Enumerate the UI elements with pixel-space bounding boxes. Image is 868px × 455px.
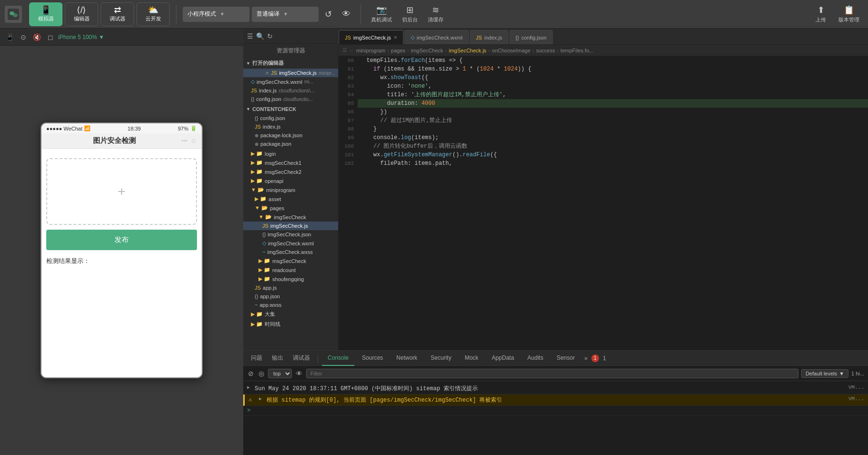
folder-pages[interactable]: ▼ 📂 pages <box>243 203 338 212</box>
phone-publish-btn[interactable]: 发布 <box>46 230 197 250</box>
phone-status-left: ●●●●● WeChat 📶 <box>46 125 91 131</box>
folder-readcount[interactable]: ▶ 📁 readcount <box>243 265 338 274</box>
devtools-appdata-tab[interactable]: AppData <box>486 351 520 366</box>
mode-dropdown[interactable]: 小程序模式 ▼ <box>183 7 249 22</box>
console-context-select[interactable]: top <box>268 369 292 378</box>
close-file-icon[interactable]: ✕ <box>265 71 269 76</box>
devtools-network-tab[interactable]: Network <box>391 351 423 366</box>
separator-2 <box>361 5 361 24</box>
contentcheck-config[interactable]: {} config.json <box>243 114 338 122</box>
device-zoom-dropdown[interactable]: ▼ <box>99 34 104 40</box>
devtools-console-tab[interactable]: Console <box>322 351 354 366</box>
open-file-imgseccheck-js[interactable]: ✕ JS imgSecCheck.js minipr... <box>243 69 338 77</box>
folder-imgseccheck[interactable]: ▼ 📂 imgSecCheck <box>243 212 338 222</box>
open-editors-header[interactable]: ▼ 打开的编辑器 <box>243 58 338 69</box>
sim-back[interactable]: ◻ <box>46 32 55 42</box>
tab-index-js[interactable]: JS index.js <box>470 30 508 44</box>
clear-cache-group[interactable]: ≋ 清缓存 <box>424 3 447 25</box>
upload-group[interactable]: ⬆ 上传 <box>812 3 830 25</box>
phone-home-icon[interactable]: ⊙ <box>191 138 196 144</box>
file-name: imgSecCheck.wxml <box>257 79 302 85</box>
tab-label: config.json <box>521 35 547 40</box>
upload-icon: ⬆ <box>817 5 825 15</box>
console-prompt[interactable]: > <box>243 406 868 416</box>
hamburger-icon[interactable]: ☰ <box>247 32 253 40</box>
contentcheck-index[interactable]: JS index.js <box>243 122 338 131</box>
folder-msgseccheck1[interactable]: ▶ 📁 msgSecCheck1 <box>243 158 338 167</box>
expand-icon[interactable]: ▶ <box>259 396 262 402</box>
file-app-json[interactable]: {} app.json <box>243 292 338 301</box>
phone-more-icon[interactable]: ••• <box>181 138 187 144</box>
devtools-panel: 问题 输出 调试器 Console Sources Network Securi… <box>243 350 868 455</box>
backend-group[interactable]: ⊞ 切后台 <box>398 3 422 25</box>
real-debug-group[interactable]: 📷 真机调试 <box>367 3 396 25</box>
open-file-imgseccheck-wxml[interactable]: ◇ imgSecCheck.wxml mi... <box>243 77 338 86</box>
devtools-mock-tab[interactable]: Mock <box>459 351 484 366</box>
devtools-security-tab[interactable]: Security <box>425 351 457 366</box>
devtools-audits-tab[interactable]: Audits <box>522 351 549 366</box>
file-app-wxss[interactable]: ~ app.wxss <box>243 301 338 309</box>
phone-page-title: 图片安全检测 <box>47 136 181 145</box>
folder-miniprogram[interactable]: ▼ 📂 miniprogram <box>243 185 338 194</box>
devtools-output-tab[interactable]: 输出 <box>268 354 287 362</box>
refresh-btn[interactable]: ↺ <box>321 7 336 21</box>
devtools-warning-badge: 1 <box>591 354 599 362</box>
devtools-debugger-tab[interactable]: 调试器 <box>289 354 314 362</box>
open-file-config-json[interactable]: {} config.json cloudfunctio... <box>243 95 338 103</box>
folder-shoufengqing[interactable]: ▶ 📁 shoufengqing <box>243 274 338 283</box>
phone-upload-area[interactable]: + <box>46 158 197 225</box>
tab-imgseccheck-js[interactable]: JS imgSecCheck.js ✕ <box>339 30 403 44</box>
compile-dropdown[interactable]: 普通编译 ▼ <box>252 7 319 22</box>
debugger-btn[interactable]: ⇄ 调试器 <box>101 2 134 26</box>
file-imgseccheck-wxml[interactable]: ◇ imgSecCheck.wxml <box>243 239 338 248</box>
devtools-more-tabs[interactable]: » <box>584 355 588 362</box>
bc-sep5: › <box>532 48 534 53</box>
folder-open-icon: ▼ 📂 <box>258 214 272 220</box>
tab-config-json[interactable]: {} config.json <box>509 30 553 44</box>
contentcheck-header[interactable]: ▼ CONTENTCHECK <box>243 104 338 114</box>
console-pause-btn[interactable]: ◎ <box>258 369 265 378</box>
open-editors-label: 打开的编辑器 <box>252 60 284 67</box>
folder-openapi[interactable]: ▶ 📁 openapi <box>243 176 338 185</box>
devtools-sources-tab[interactable]: Sources <box>356 351 389 366</box>
code-editor[interactable]: 90 tempFiles.forEach(items => { 91 if (i… <box>339 56 868 350</box>
folder-msgseccheck[interactable]: ▶ 📁 msgSecCheck <box>243 256 338 265</box>
folder-daji[interactable]: ▶ 📁 大集 <box>243 309 338 319</box>
search-icon[interactable]: 🔍 <box>256 32 264 40</box>
file-imgseccheck-json[interactable]: {} imgSecCheck.json <box>243 230 338 239</box>
folder-login[interactable]: ▶ 📁 login <box>243 149 338 158</box>
tab-imgseccheck-wxml[interactable]: ◇ imgSecCheck.wxml <box>404 30 469 44</box>
file-imgseccheck-wxss[interactable]: ~ imgSecCheck.wxss <box>243 248 338 256</box>
version-group[interactable]: 📋 版本管理 <box>835 3 863 25</box>
device-name: iPhone 5 <box>58 34 81 40</box>
console-filter-input[interactable] <box>306 369 798 378</box>
file-imgseccheck-js[interactable]: JS imgSecCheck.js <box>243 222 338 230</box>
file-path: cloudfunctions\... <box>279 88 314 93</box>
folder-timeline[interactable]: ▶ 📁 时间线 <box>243 319 338 329</box>
refresh-tree-icon[interactable]: ↻ <box>267 32 273 40</box>
open-file-index-js[interactable]: JS index.js cloudfunctions\... <box>243 86 338 95</box>
cloud-btn[interactable]: ⛅ 云开发 <box>136 2 170 26</box>
tab-close-btn[interactable]: ✕ <box>393 35 397 40</box>
file-app-js[interactable]: JS app.js <box>243 283 338 292</box>
console-eye-btn[interactable]: 👁 <box>295 369 303 378</box>
expand-icon[interactable]: ▶ <box>247 384 250 390</box>
folder-msgseccheck2[interactable]: ▶ 📁 msgSecCheck2 <box>243 167 338 176</box>
devtools-sensor-tab[interactable]: Sensor <box>551 351 580 366</box>
folder-asset[interactable]: ▶ 📁 asset <box>243 194 338 203</box>
contentcheck-pkg[interactable]: ⊕ package.json <box>243 140 338 148</box>
sim-rotate[interactable]: ⊙ <box>19 32 28 42</box>
editor-btn[interactable]: ⟨/⟩ 编辑器 <box>65 2 98 26</box>
devtools-issues-tab[interactable]: 问题 <box>247 354 266 362</box>
sim-sound[interactable]: 🔇 <box>31 32 43 42</box>
folder-name: msgSecCheck1 <box>265 160 301 166</box>
contentcheck-pkg-lock[interactable]: ⊕ package-lock.json <box>243 131 338 140</box>
default-levels-btn[interactable]: Default levels ▼ <box>801 369 848 378</box>
app-logo <box>5 6 22 23</box>
simulator-btn[interactable]: 📱 模拟器 <box>29 2 62 26</box>
breadcrumb-file: imgSecCheck.js <box>449 48 486 53</box>
preview-btn[interactable]: 👁 <box>338 7 354 21</box>
log-count: 1 hi... <box>851 371 864 376</box>
bc-sep3: › <box>445 48 447 53</box>
console-clear-btn[interactable]: ⊘ <box>247 369 255 378</box>
